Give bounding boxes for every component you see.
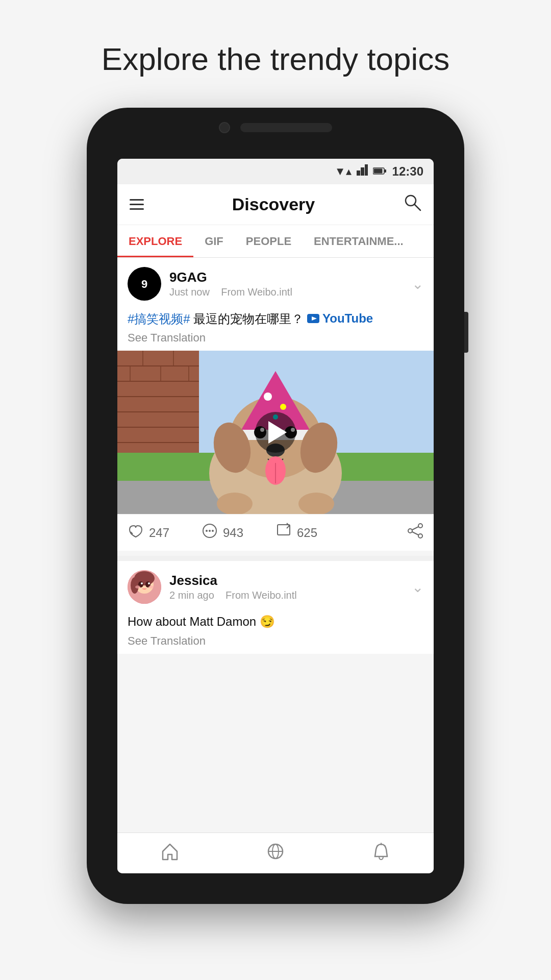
comment-icon bbox=[202, 523, 218, 543]
status-icons: ▼▴ bbox=[335, 164, 386, 179]
post2-time: 2 min ago From Weibo.intl bbox=[169, 590, 412, 601]
app-header: Discovery bbox=[117, 184, 434, 225]
svg-point-58 bbox=[131, 577, 139, 594]
bell-icon bbox=[372, 842, 390, 865]
svg-rect-49 bbox=[278, 525, 290, 535]
post2-text: How about Matt Damon 😏 bbox=[128, 613, 423, 630]
phone-speaker bbox=[240, 123, 332, 132]
see-translation-link[interactable]: See Translation bbox=[128, 331, 423, 345]
svg-point-51 bbox=[408, 529, 412, 533]
bottom-navigation bbox=[117, 832, 434, 873]
svg-line-53 bbox=[412, 527, 418, 530]
phone-camera bbox=[219, 122, 230, 133]
see-translation-link-2[interactable]: See Translation bbox=[128, 634, 423, 648]
svg-point-43 bbox=[217, 493, 253, 514]
svg-marker-2 bbox=[365, 164, 368, 176]
avatar-jessica bbox=[128, 570, 161, 604]
hamburger-line-3 bbox=[130, 208, 144, 210]
home-icon bbox=[161, 842, 179, 865]
youtube-link[interactable]: YouTube bbox=[307, 310, 373, 327]
status-time: 12:30 bbox=[392, 164, 423, 179]
play-button[interactable] bbox=[255, 412, 296, 453]
nav-discover[interactable] bbox=[223, 842, 329, 865]
hamburger-line-2 bbox=[130, 204, 144, 205]
svg-point-31 bbox=[280, 404, 286, 410]
svg-point-50 bbox=[418, 524, 422, 528]
svg-point-47 bbox=[209, 530, 211, 532]
phone-screen: ▼▴ bbox=[117, 159, 434, 873]
status-bar: ▼▴ bbox=[117, 159, 434, 184]
svg-point-6 bbox=[406, 195, 416, 206]
play-triangle-icon bbox=[268, 421, 287, 444]
svg-point-44 bbox=[298, 493, 334, 514]
post2-meta: Jessica 2 min ago From Weibo.intl bbox=[161, 573, 412, 601]
hamburger-line-1 bbox=[130, 199, 144, 201]
post2-content: How about Matt Damon 😏 See Translation bbox=[117, 611, 434, 654]
svg-point-46 bbox=[206, 530, 208, 532]
comment-count: 943 bbox=[223, 526, 243, 540]
hashtag-text[interactable]: #搞笑视频# bbox=[128, 312, 190, 326]
hamburger-menu-button[interactable] bbox=[130, 199, 144, 210]
chevron-down-icon-2[interactable]: ⌄ bbox=[412, 579, 423, 596]
svg-rect-5 bbox=[384, 169, 386, 173]
svg-rect-4 bbox=[373, 169, 382, 174]
tab-people[interactable]: PEOPLE bbox=[235, 225, 303, 257]
post-time: Just now From Weibo.intl bbox=[169, 286, 412, 298]
share-count: 625 bbox=[297, 526, 317, 540]
post-content: #搞笑视频# 最逗的宠物在哪里？ YouTube See Translation bbox=[117, 308, 434, 351]
tab-gif[interactable]: GIF bbox=[193, 225, 235, 257]
svg-point-52 bbox=[418, 534, 422, 538]
video-thumbnail[interactable] bbox=[117, 351, 434, 514]
avatar: 9 bbox=[128, 267, 161, 301]
svg-line-54 bbox=[412, 532, 418, 535]
wifi-icon: ▼▴ bbox=[335, 165, 352, 178]
repost-button[interactable]: 625 bbox=[276, 523, 349, 543]
svg-point-63 bbox=[135, 585, 140, 589]
repost-icon bbox=[276, 523, 292, 543]
feed-divider bbox=[117, 556, 434, 561]
comment-button[interactable]: 943 bbox=[202, 523, 276, 543]
post-actions: 👍 247 bbox=[117, 514, 434, 551]
share-button[interactable] bbox=[349, 523, 423, 543]
svg-point-64 bbox=[148, 585, 154, 589]
tab-explore[interactable]: EXPLORE bbox=[117, 225, 193, 257]
svg-line-7 bbox=[415, 205, 420, 210]
post2-header: Jessica 2 min ago From Weibo.intl ⌄ bbox=[117, 561, 434, 611]
app-title: Discovery bbox=[232, 194, 315, 214]
share-icon bbox=[407, 523, 423, 543]
post-text: #搞笑视频# 最逗的宠物在哪里？ YouTube bbox=[128, 310, 423, 327]
svg-point-62 bbox=[148, 582, 150, 584]
post2-username: Jessica bbox=[169, 573, 412, 589]
post-meta: 9GAG Just now From Weibo.intl bbox=[161, 270, 412, 298]
discover-icon bbox=[266, 842, 285, 865]
svg-marker-0 bbox=[357, 170, 360, 176]
signal-icon bbox=[357, 164, 368, 179]
phone-notch bbox=[87, 108, 464, 133]
battery-icon bbox=[373, 165, 386, 178]
chevron-down-icon[interactable]: ⌄ bbox=[412, 276, 423, 292]
page-title: Explore the trendy topics bbox=[102, 41, 449, 77]
search-button[interactable] bbox=[403, 193, 421, 216]
svg-point-61 bbox=[141, 582, 143, 584]
post-card-2: Jessica 2 min ago From Weibo.intl ⌄ How … bbox=[117, 561, 434, 654]
feed: 9 9GAG Just now From Weibo.intl ⌄ bbox=[117, 258, 434, 832]
phone-side-button bbox=[464, 312, 468, 353]
page-background: Explore the trendy topics ▼▴ bbox=[0, 0, 551, 980]
svg-text:9: 9 bbox=[141, 278, 147, 290]
svg-marker-1 bbox=[361, 167, 364, 176]
nav-notifications[interactable] bbox=[328, 842, 434, 865]
nav-home[interactable] bbox=[117, 842, 223, 865]
post-card: 9 9GAG Just now From Weibo.intl ⌄ bbox=[117, 258, 434, 551]
post-username: 9GAG bbox=[169, 270, 412, 285]
tabs-bar: EXPLORE GIF PEOPLE ENTERTAINME... bbox=[117, 225, 434, 258]
tab-entertainment[interactable]: ENTERTAINME... bbox=[303, 225, 415, 257]
phone-frame: ▼▴ bbox=[87, 108, 464, 904]
like-icon bbox=[128, 523, 144, 543]
like-count: 247 bbox=[149, 526, 169, 540]
post-header: 9 9GAG Just now From Weibo.intl ⌄ bbox=[117, 258, 434, 308]
svg-point-48 bbox=[212, 530, 214, 532]
like-button[interactable]: 👍 247 bbox=[128, 523, 202, 543]
svg-point-30 bbox=[264, 393, 272, 401]
